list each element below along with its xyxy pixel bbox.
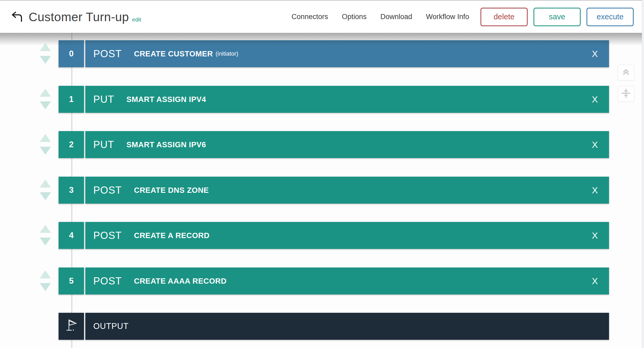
edit-link[interactable]: edit <box>132 16 141 23</box>
back-button[interactable] <box>9 10 24 24</box>
reorder-arrows <box>40 267 51 295</box>
flag-icon <box>65 318 77 335</box>
top-border-line <box>0 0 644 1</box>
remove-step-button[interactable]: X <box>590 140 599 150</box>
step-bar[interactable]: POST CREATE DNS ZONE X <box>85 177 609 204</box>
scrollbar-track[interactable] <box>642 0 644 348</box>
step-index-badge: 0 <box>59 40 84 67</box>
output-label: OUTPUT <box>93 322 129 331</box>
step-index-badge: 2 <box>59 131 84 158</box>
step-method: PUT <box>93 139 114 150</box>
collapse-vertical-icon <box>620 87 632 100</box>
nav-item-download[interactable]: Download <box>380 13 412 21</box>
move-down-button[interactable] <box>40 147 51 155</box>
scroll-to-top-button[interactable] <box>618 65 634 80</box>
step-name: SMART ASSIGN IPV6 <box>126 140 206 149</box>
step-row-4: 4 POST CREATE A RECORD X <box>0 222 609 249</box>
page-title: Customer Turn-up <box>29 10 129 24</box>
step-bar[interactable]: POST CREATE A RECORD X <box>85 222 609 249</box>
header-bar: Customer Turn-up edit Connectors Options… <box>0 1 644 33</box>
title-group: Customer Turn-up edit <box>29 1 141 33</box>
output-flag-badge <box>59 313 84 340</box>
step-method: POST <box>93 275 122 287</box>
step-bar[interactable]: PUT SMART ASSIGN IPV4 X <box>85 86 609 113</box>
step-name: CREATE A RECORD <box>134 231 209 240</box>
move-up-button[interactable] <box>40 180 51 188</box>
nav-item-options[interactable]: Options <box>342 13 367 21</box>
move-down-button[interactable] <box>40 56 51 64</box>
move-down-button[interactable] <box>40 101 51 109</box>
step-name: CREATE AAAA RECORD <box>134 277 226 285</box>
step-method: POST <box>93 185 122 196</box>
reorder-arrows <box>40 222 51 249</box>
execute-button[interactable]: execute <box>586 8 634 26</box>
step-method: POST <box>93 48 122 60</box>
move-down-button[interactable] <box>40 238 51 246</box>
move-down-button[interactable] <box>40 192 51 200</box>
save-button[interactable]: save <box>533 8 581 26</box>
nav-item-connectors[interactable]: Connectors <box>292 13 328 21</box>
step-note: (initiator) <box>216 50 239 57</box>
move-up-button[interactable] <box>40 270 51 278</box>
remove-step-button[interactable]: X <box>590 230 599 241</box>
double-chevron-up-icon <box>621 67 631 78</box>
move-up-button[interactable] <box>40 43 51 51</box>
reorder-arrows <box>40 131 51 158</box>
step-name: CREATE DNS ZONE <box>134 186 209 195</box>
step-bar[interactable]: POST CREATE CUSTOMER (initiator) X <box>85 40 609 67</box>
step-index-badge: 3 <box>59 177 84 204</box>
step-name: CREATE CUSTOMER <box>134 50 213 58</box>
step-index-badge: 4 <box>59 222 84 249</box>
delete-button[interactable]: delete <box>480 8 528 26</box>
move-up-button[interactable] <box>40 134 51 142</box>
nav-item-workflow-info[interactable]: Workflow Info <box>426 13 469 21</box>
step-index-badge: 5 <box>59 267 84 295</box>
step-row-0: 0 POST CREATE CUSTOMER (initiator) X <box>0 40 609 67</box>
step-row-2: 2 PUT SMART ASSIGN IPV6 X <box>0 131 609 158</box>
step-method: PUT <box>93 94 114 105</box>
header-actions: delete save execute <box>480 1 634 33</box>
step-row-1: 1 PUT SMART ASSIGN IPV4 X <box>0 86 609 113</box>
move-up-button[interactable] <box>40 89 51 97</box>
output-row: OUTPUT <box>0 313 609 340</box>
output-bar[interactable]: OUTPUT <box>85 313 609 340</box>
move-down-button[interactable] <box>40 283 51 291</box>
remove-step-button[interactable]: X <box>590 49 599 59</box>
collapse-all-button[interactable] <box>618 86 634 101</box>
step-row-5: 5 POST CREATE AAAA RECORD X <box>0 267 609 295</box>
step-index-badge: 1 <box>59 86 84 113</box>
step-row-3: 3 POST CREATE DNS ZONE X <box>0 177 609 204</box>
move-up-button[interactable] <box>40 225 51 233</box>
remove-step-button[interactable]: X <box>590 94 599 105</box>
reorder-arrows <box>40 86 51 113</box>
remove-step-button[interactable]: X <box>590 276 599 286</box>
step-method: POST <box>93 230 122 241</box>
reorder-arrows <box>40 177 51 204</box>
step-name: SMART ASSIGN IPV4 <box>126 95 206 104</box>
step-bar[interactable]: PUT SMART ASSIGN IPV6 X <box>85 131 609 158</box>
step-bar[interactable]: POST CREATE AAAA RECORD X <box>85 267 609 295</box>
back-arrow-icon <box>10 11 23 24</box>
remove-step-button[interactable]: X <box>590 185 599 195</box>
reorder-arrows <box>40 40 51 67</box>
header-nav: Connectors Options Download Workflow Inf… <box>292 1 469 33</box>
